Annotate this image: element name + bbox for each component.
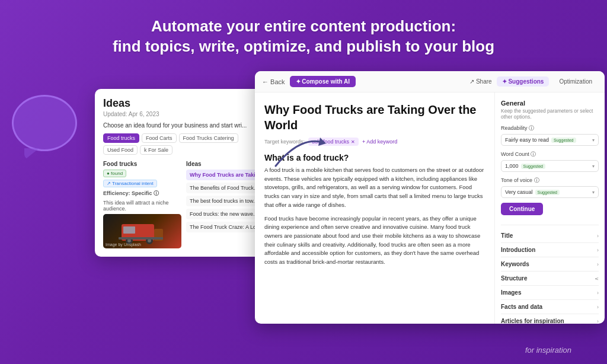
ideas-panel-updated: Updated: Apr 6, 2023 bbox=[103, 111, 264, 117]
arrow-connector bbox=[270, 124, 329, 174]
collapsible-introduction-chevron: › bbox=[597, 247, 599, 253]
word-count-value-row: 1,000 Suggested bbox=[505, 163, 545, 169]
truck-svg bbox=[119, 218, 166, 245]
collapsible-articles-chevron: › bbox=[597, 318, 599, 324]
collapsible-structure[interactable]: Structure ∨ bbox=[501, 272, 599, 286]
svg-rect-7 bbox=[119, 237, 163, 240]
collapsible-title[interactable]: Title › bbox=[501, 229, 599, 243]
share-button[interactable]: ↗ Share bbox=[469, 78, 491, 85]
add-keyword-button[interactable]: + Add keyword bbox=[362, 139, 397, 145]
collapsible-keywords-chevron: › bbox=[597, 261, 599, 267]
ideas-panel-title: Ideas bbox=[103, 97, 264, 110]
collapsible-structure-chevron: ∨ bbox=[594, 276, 600, 280]
word-count-value: 1,000 bbox=[505, 163, 519, 169]
idea-list: Why Food Trucks are Taki... The Benefits… bbox=[186, 170, 264, 232]
collapsible-facts[interactable]: Facts and data › bbox=[501, 300, 599, 314]
food-truck-image: Image by Unsplash bbox=[103, 214, 181, 248]
tag-food-trucks[interactable]: Food trucks bbox=[103, 133, 139, 143]
ideas-panel-subtitle: Choose an idea found for your business a… bbox=[103, 122, 264, 129]
keyword-remove[interactable]: ✕ bbox=[351, 139, 355, 145]
speech-bubble-circle bbox=[12, 95, 77, 151]
tone-value: Very casual bbox=[505, 189, 533, 195]
tone-select[interactable]: Very casual Suggested ▾ bbox=[501, 186, 599, 198]
word-count-chevron-icon: ▾ bbox=[592, 164, 595, 169]
readability-chevron-icon: ▾ bbox=[592, 138, 595, 143]
readability-suggested-badge: Suggested bbox=[551, 138, 576, 143]
collapsible-images-label: Images bbox=[501, 289, 521, 296]
optimization-tab[interactable]: Optimization bbox=[554, 76, 598, 87]
collapsible-keywords-label: Keywords bbox=[501, 261, 529, 267]
header-line1: Automate your entire content production: bbox=[151, 17, 456, 35]
header-area: Automate your entire content production:… bbox=[0, 0, 607, 66]
idea-item[interactable]: The Benefits of Food Truck... bbox=[186, 183, 264, 193]
collapsible-keywords[interactable]: Keywords › bbox=[501, 257, 599, 272]
idea-item[interactable]: Why Food Trucks are Taki... bbox=[186, 170, 264, 180]
svg-rect-2 bbox=[123, 226, 135, 234]
speech-bubble-decoration bbox=[12, 95, 83, 160]
tone-label-text: Tone of voice ⓘ bbox=[501, 177, 539, 184]
collapsible-images-chevron: › bbox=[597, 290, 599, 296]
image-label: Image by Unsplash bbox=[106, 242, 141, 247]
toolbar-left: ← Back ✦ Compose with AI bbox=[262, 76, 356, 87]
food-trucks-column: Food trucks ● found ↗ Transactional inte… bbox=[103, 161, 181, 248]
suggestions-sidebar: General Keep the suggested parameters or… bbox=[495, 92, 605, 324]
idea-item[interactable]: The Food Truck Craze: A Lo... bbox=[186, 222, 264, 232]
ideas-column: Ideas Why Food Trucks are Taki... The Be… bbox=[186, 161, 264, 248]
toolbar-right: ↗ Share ✦ Suggestions Optimization bbox=[469, 76, 598, 87]
editor-panel: ← Back ✦ Compose with AI ↗ Share ✦ Sugge… bbox=[255, 71, 605, 324]
tone-chevron-icon: ▾ bbox=[592, 190, 595, 195]
idea-item[interactable]: The best food trucks in tow... bbox=[186, 196, 264, 206]
collapsible-articles[interactable]: Articles for inspiration › bbox=[501, 314, 599, 324]
tone-suggested-badge: Suggested bbox=[535, 190, 560, 195]
divider bbox=[501, 225, 599, 225]
arrow-svg bbox=[270, 124, 329, 172]
tag-used-food[interactable]: Used Food bbox=[103, 145, 138, 155]
efficiency-text: Efficiency: Specific ⓘ bbox=[103, 190, 181, 197]
efficiency-label: Efficiency: Specific ⓘ bbox=[103, 190, 159, 196]
tag-k-for-sale[interactable]: k For Sale bbox=[140, 145, 172, 155]
tags-row: Food trucks Food Carts Food Trucks Cater… bbox=[103, 133, 264, 155]
word-count-label: Word Count ⓘ bbox=[501, 151, 599, 158]
word-count-select[interactable]: 1,000 Suggested ▾ bbox=[501, 160, 599, 172]
editor-toolbar: ← Back ✦ Compose with AI ↗ Share ✦ Sugge… bbox=[255, 71, 605, 92]
two-col-layout: Food trucks ● found ↗ Transactional inte… bbox=[103, 161, 264, 248]
ideas-col-header: Ideas bbox=[186, 161, 264, 167]
article-paragraph2: Food trucks have become increasingly pop… bbox=[264, 215, 485, 267]
readability-label-text: Readability ⓘ bbox=[501, 124, 534, 132]
suggestions-tab[interactable]: ✦ Suggestions bbox=[497, 76, 550, 87]
found-badge: ● found bbox=[103, 170, 126, 177]
compose-button[interactable]: ✦ Compose with AI bbox=[290, 76, 356, 87]
tone-label: Tone of voice ⓘ bbox=[501, 177, 599, 184]
efficiency-desc: This idea will attract a niche audience. bbox=[103, 200, 181, 212]
collapsible-title-chevron: › bbox=[597, 233, 599, 239]
suggestions-section-desc: Keep the suggested parameters or select … bbox=[501, 108, 599, 120]
continue-button[interactable]: Continue bbox=[501, 203, 543, 215]
collapsible-articles-label: Articles for inspiration bbox=[501, 318, 564, 324]
tone-value-row: Very casual Suggested bbox=[505, 189, 560, 195]
tag-food-trucks-catering[interactable]: Food Trucks Catering bbox=[179, 133, 238, 143]
word-count-label-text: Word Count ⓘ bbox=[501, 151, 536, 158]
collapsible-title-label: Title bbox=[501, 232, 513, 239]
ideas-panel: Ideas Updated: Apr 6, 2023 Choose an ide… bbox=[95, 89, 273, 257]
collapsible-facts-chevron: › bbox=[597, 304, 599, 310]
back-button[interactable]: ← Back bbox=[262, 78, 285, 85]
collapsible-introduction[interactable]: Introduction › bbox=[501, 243, 599, 257]
collapsible-facts-label: Facts and data bbox=[501, 304, 542, 310]
readability-value-row: Fairly easy to read Suggested bbox=[505, 137, 576, 143]
collapsible-structure-label: Structure bbox=[501, 275, 527, 282]
transactional-badge: ↗ Transactional intent bbox=[103, 180, 157, 187]
idea-item[interactable]: Food trucks: the new wave... bbox=[186, 209, 264, 219]
readability-select[interactable]: Fairly easy to read Suggested ▾ bbox=[501, 134, 599, 146]
header-title: Automate your entire content production:… bbox=[12, 17, 595, 57]
bottom-inspiration-text: for inspiration bbox=[525, 346, 571, 355]
suggestions-section-title: General bbox=[501, 100, 599, 107]
readability-value: Fairly easy to read bbox=[505, 137, 549, 143]
collapsible-introduction-label: Introduction bbox=[501, 247, 535, 253]
header-line2: find topics, write, optimize, and publis… bbox=[113, 37, 494, 55]
food-trucks-col-header: Food trucks bbox=[103, 161, 181, 167]
collapsible-images[interactable]: Images › bbox=[501, 286, 599, 300]
word-count-suggested-badge: Suggested bbox=[521, 164, 545, 169]
badge-row: ● found ↗ Transactional intent bbox=[103, 170, 181, 187]
tag-food-carts[interactable]: Food Carts bbox=[142, 133, 177, 143]
readability-label: Readability ⓘ bbox=[501, 124, 599, 132]
